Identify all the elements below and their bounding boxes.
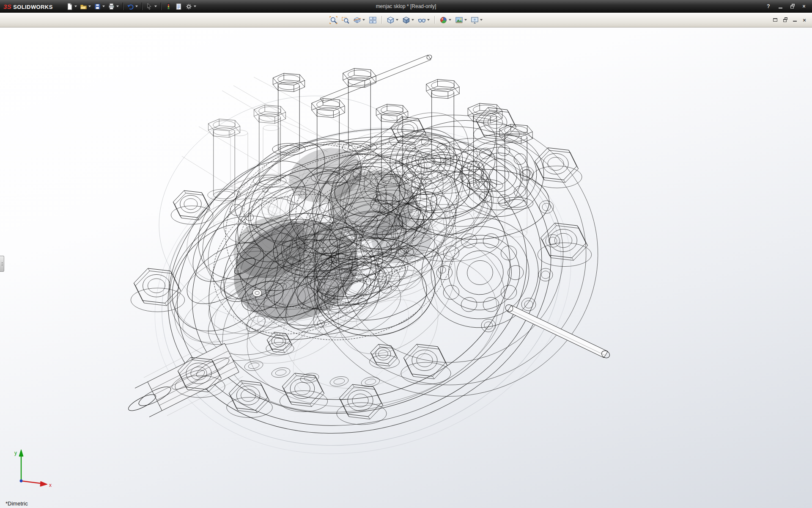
dropdown-caret-icon[interactable] bbox=[449, 19, 451, 21]
file-properties-button[interactable] bbox=[174, 2, 184, 11]
triad-y-label: y bbox=[14, 450, 17, 456]
section-icon bbox=[353, 16, 361, 24]
triad-x-label: x bbox=[49, 482, 52, 488]
dassault-systemes-logo-icon: 3S bbox=[3, 3, 11, 10]
appearance-icon bbox=[439, 16, 447, 24]
featuremanager-collapsed-tab[interactable] bbox=[0, 256, 4, 272]
toolbar-separator bbox=[123, 3, 123, 10]
doc-minimize-button[interactable] bbox=[790, 17, 799, 23]
print-button[interactable] bbox=[107, 2, 120, 11]
toolbar-separator bbox=[381, 16, 382, 24]
minimize-button[interactable] bbox=[775, 2, 786, 11]
wireframe-model: xy bbox=[0, 27, 812, 508]
view-selector-button[interactable] bbox=[368, 15, 378, 25]
edit-appearance-button[interactable] bbox=[438, 15, 453, 25]
window-controls: ?× bbox=[763, 2, 812, 11]
new-icon bbox=[66, 3, 73, 10]
save-button[interactable] bbox=[93, 2, 106, 11]
standard-toolbar bbox=[65, 2, 198, 11]
zoomfit-icon bbox=[329, 16, 337, 24]
graphics-area[interactable]: xy *Dimetric bbox=[0, 27, 812, 508]
dropdown-caret-icon[interactable] bbox=[88, 6, 91, 7]
view-orientation-label: *Dimetric bbox=[5, 500, 28, 507]
triad-z-origin bbox=[20, 480, 23, 483]
brand-text: SOLIDWORKS bbox=[13, 4, 53, 10]
heads-up-view-toolbar bbox=[328, 15, 484, 25]
close-button[interactable]: × bbox=[798, 2, 809, 11]
view-settings-button[interactable] bbox=[469, 15, 484, 25]
dropdown-caret-icon[interactable] bbox=[362, 19, 365, 21]
solidworks-logo: 3S SOLIDWORKS bbox=[0, 3, 58, 10]
props-icon bbox=[175, 3, 182, 10]
dropdown-caret-icon[interactable] bbox=[427, 19, 430, 21]
view-orientation-button[interactable] bbox=[385, 15, 400, 25]
select-button[interactable] bbox=[145, 2, 158, 11]
select-icon bbox=[146, 3, 153, 10]
scene-icon bbox=[455, 16, 463, 24]
zoom-to-fit-button[interactable] bbox=[328, 15, 339, 25]
options-button[interactable] bbox=[184, 2, 198, 11]
dropdown-caret-icon[interactable] bbox=[102, 6, 105, 7]
help-button[interactable]: ? bbox=[763, 2, 774, 11]
doc-restore-button[interactable] bbox=[781, 17, 789, 23]
dropdown-caret-icon[interactable] bbox=[154, 6, 157, 7]
apply-scene-button[interactable] bbox=[454, 15, 468, 25]
dropdown-caret-icon[interactable] bbox=[411, 19, 414, 21]
undo-icon bbox=[127, 3, 134, 10]
open-document-button[interactable] bbox=[79, 2, 92, 11]
options-icon bbox=[185, 3, 192, 10]
zoom-to-area-button[interactable] bbox=[340, 15, 351, 25]
rebuild-icon bbox=[165, 3, 172, 10]
dropdown-caret-icon[interactable] bbox=[194, 6, 196, 7]
hide-show-items-button[interactable] bbox=[417, 15, 431, 25]
toolbar-separator bbox=[142, 3, 142, 10]
print-icon bbox=[108, 3, 115, 10]
document-window-controls: × bbox=[771, 17, 812, 23]
doc-close-button[interactable]: × bbox=[800, 17, 809, 23]
zoomarea-icon bbox=[341, 16, 349, 24]
doc-maximize-button[interactable] bbox=[771, 17, 779, 23]
restore-button[interactable] bbox=[787, 2, 798, 11]
heads-up-toolbar-row: × bbox=[0, 13, 812, 28]
open-icon bbox=[80, 3, 87, 10]
hideshow-icon bbox=[418, 16, 426, 24]
new-document-button[interactable] bbox=[65, 2, 78, 11]
dropdown-caret-icon[interactable] bbox=[116, 6, 119, 7]
title-bar: 3S SOLIDWORKS menjac sklop * [Read-only]… bbox=[0, 0, 812, 13]
displaystyle-icon bbox=[402, 16, 410, 24]
rebuild-button[interactable] bbox=[164, 2, 173, 11]
toolbar-separator bbox=[434, 16, 435, 24]
dropdown-caret-icon[interactable] bbox=[464, 19, 467, 21]
dropdown-caret-icon[interactable] bbox=[74, 6, 77, 7]
display-style-button[interactable] bbox=[401, 15, 415, 25]
dropdown-caret-icon[interactable] bbox=[480, 19, 483, 21]
undo-button[interactable] bbox=[126, 2, 139, 11]
dropdown-caret-icon[interactable] bbox=[135, 6, 138, 7]
save-icon bbox=[94, 3, 101, 10]
toolbar-separator bbox=[161, 3, 161, 10]
viewselector-icon bbox=[369, 16, 377, 24]
viewsettings-icon bbox=[471, 16, 479, 24]
vieworient-icon bbox=[387, 16, 395, 24]
dropdown-caret-icon[interactable] bbox=[396, 19, 398, 21]
section-view-button[interactable] bbox=[352, 15, 366, 25]
